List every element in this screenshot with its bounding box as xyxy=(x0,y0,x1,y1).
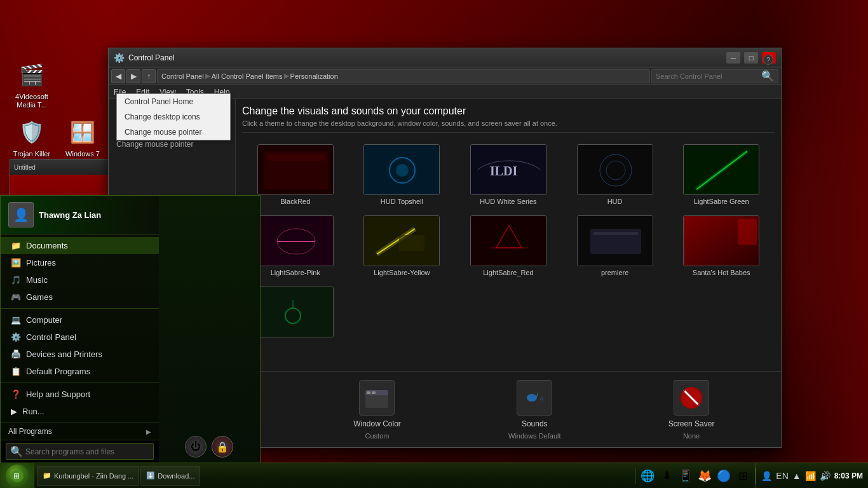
svg-rect-40 xyxy=(372,391,376,394)
cp-search-input[interactable] xyxy=(656,72,761,80)
cp-bottom-screen-saver[interactable]: Screen Saver None xyxy=(668,380,715,440)
svg-text:⊞: ⊞ xyxy=(13,471,20,480)
cp-bottom-label-screen-saver: Screen Saver xyxy=(668,419,715,428)
file-menu-popup: Control Panel Home Change desktop icons … xyxy=(116,93,231,140)
start-search-icon: 🔍 xyxy=(10,445,23,458)
cp-main: Change the visuals and sounds on your co… xyxy=(236,99,781,371)
breadcrumb-personalization[interactable]: Personalization xyxy=(290,72,338,80)
taskbar-icon-chrome[interactable]: 🔵 xyxy=(715,468,732,484)
theme-label-lightsabre-yellow: LightSabre-Yellow xyxy=(374,269,430,276)
start-menu-item-2[interactable]: 🎵 Music xyxy=(1,271,159,288)
cp-bottom-label-window-color: Window Color xyxy=(353,419,401,428)
taskbar-item-label-download: Download... xyxy=(158,472,194,480)
tray-icon-sound[interactable]: 🔊 xyxy=(820,471,831,481)
start-search-input[interactable] xyxy=(25,447,149,456)
theme-hud[interactable]: HUD xyxy=(564,142,666,208)
start-menu-item-6[interactable]: 🖨️ Devices and Printers xyxy=(1,346,159,363)
theme-lightsabre-yellow[interactable]: LightSabre-Yellow xyxy=(351,213,453,279)
taskbar-icon-other[interactable]: ⊞ xyxy=(735,468,751,484)
desktop-icon-img-win7: 🪟 xyxy=(67,117,98,147)
theme-lightsabre-red[interactable]: LightSabre_Red xyxy=(458,213,559,279)
start-search-box[interactable]: 🔍 xyxy=(6,443,154,460)
theme-premiere[interactable]: premiere xyxy=(564,213,666,279)
theme-hud-white[interactable]: ILDI HUD White Series xyxy=(458,142,559,208)
desktop: 🎬 4Videosoft Media T... 🛡️ Trojan Killer… xyxy=(0,0,868,488)
start-menu-item-7[interactable]: 📋 Default Programs xyxy=(1,363,159,380)
tray-time: 8:03 PM xyxy=(834,471,863,480)
start-menu-items: 📁 Documents 🖼️ Pictures 🎵 Music 🎮 Games … xyxy=(1,234,159,423)
cp-forward-btn[interactable]: ▶ xyxy=(126,69,140,83)
cp-breadcrumb: Control Panel ▶ All Control Panel Items … xyxy=(157,69,650,83)
taskbar-item-icon-kurbungbel: 📁 xyxy=(43,471,51,480)
tray-language[interactable]: EN xyxy=(776,471,788,481)
cp-bottom-icon-window-color xyxy=(359,380,395,416)
cp-search-box[interactable]: 🔍 xyxy=(651,69,778,83)
breadcrumb-all-items[interactable]: All Control Panel Items xyxy=(212,72,283,80)
file-menu-item-mouse-pointer[interactable]: Change mouse pointer xyxy=(117,125,230,140)
desktop-icon-trojan[interactable]: 🛡️ Trojan Killer xyxy=(6,114,57,161)
start-menu-item-3[interactable]: 🎮 Games xyxy=(1,288,159,306)
taskbar-icon-viber[interactable]: 📱 xyxy=(677,468,694,484)
start-menu-right: ⏻ 🔒 xyxy=(159,196,260,463)
cp-bottom-icon-screen-saver xyxy=(674,380,709,416)
start-orb: ⊞ xyxy=(6,464,29,487)
svg-rect-39 xyxy=(367,391,370,394)
cp-back-btn[interactable]: ◀ xyxy=(111,69,125,83)
cp-up-btn[interactable]: ↑ xyxy=(142,69,156,83)
taskbar-icon-ie[interactable]: 🌐 xyxy=(639,468,656,484)
tray-icon-chevron[interactable]: ▲ xyxy=(792,471,801,481)
taskbar-icon-firefox[interactable]: 🦊 xyxy=(696,468,713,484)
theme-label-lightsabre-red: LightSabre_Red xyxy=(483,269,534,276)
cp-navbar: ◀ ▶ ↑ Control Panel ▶ All Control Panel … xyxy=(109,67,781,85)
file-menu-item-desktop-icons[interactable]: Change desktop icons xyxy=(117,109,230,125)
cp-help-icon[interactable]: ? xyxy=(763,55,773,65)
photo-viewer-title: Untitled xyxy=(14,164,118,171)
cp-bottom-sounds[interactable]: ♪ ♫ Sounds Windows Default xyxy=(508,380,561,440)
tray-clock: 8:03 PM xyxy=(834,471,863,480)
taskbar-item-download[interactable]: ⬇️ Download... xyxy=(140,466,200,486)
start-menu: 👤 Thawng Za Lian 📁 Documents 🖼️ Pictures… xyxy=(0,195,261,463)
theme-thumb-premiere xyxy=(577,215,653,266)
cp-bottom-window-color[interactable]: Window Color Custom xyxy=(353,380,401,440)
start-menu-item-8[interactable]: ❓ Help and Support xyxy=(1,386,159,403)
taskbar-item-kurbungbel[interactable]: 📁 Kurbungbel - Ziin Dang ... xyxy=(37,466,139,486)
cp-titlebar-icon: ⚙️ xyxy=(114,53,125,63)
theme-thumb-lightsabre-yellow xyxy=(363,215,440,266)
start-menu-item-9[interactable]: ▶ Run... xyxy=(1,403,159,420)
svg-text:♪: ♪ xyxy=(536,391,539,398)
cp-window-title: Control Panel xyxy=(128,53,722,62)
breadcrumb-control-panel[interactable]: Control Panel xyxy=(161,72,204,80)
cp-maximize-btn[interactable]: □ xyxy=(744,52,758,64)
theme-santa[interactable]: Santa's Hot Babes xyxy=(670,213,772,279)
svg-rect-30 xyxy=(258,287,334,337)
theme-thumb-unknown xyxy=(257,287,334,337)
desktop-icon-label-trojan: Trojan Killer xyxy=(13,150,50,158)
power-button[interactable]: ⏻ xyxy=(185,436,207,458)
cp-main-title: Change the visuals and sounds on your co… xyxy=(242,105,775,117)
all-programs-row[interactable]: All Programs ▶ xyxy=(1,423,159,440)
taskbar-icon-utorrent[interactable]: ⬇ xyxy=(658,468,675,484)
taskbar-start-button[interactable]: ⊞ xyxy=(0,463,34,489)
breadcrumb-sep2: ▶ xyxy=(284,72,289,80)
theme-lightsabre-green[interactable]: LightSabre Green xyxy=(670,142,772,208)
start-power-section: ⏻ 🔒 xyxy=(164,436,255,458)
taskbar-item-label-kurbungbel: Kurbungbel - Ziin Dang ... xyxy=(54,472,133,480)
cp-bottom-sublabel-window-color: Custom xyxy=(365,432,390,440)
theme-label-hud-white: HUD White Series xyxy=(480,198,536,205)
cp-minimize-btn[interactable]: ─ xyxy=(726,52,740,64)
lock-button[interactable]: 🔒 xyxy=(212,436,233,458)
start-divider-1 xyxy=(1,308,159,309)
start-menu-item-4[interactable]: 💻 Computer xyxy=(1,311,159,329)
theme-label-hud: HUD xyxy=(607,198,623,205)
start-menu-item-1[interactable]: 🖼️ Pictures xyxy=(1,254,159,271)
desktop-icon-4video[interactable]: 🎬 4Videosoft Media T... xyxy=(6,57,57,112)
start-menu-item-5[interactable]: ⚙️ Control Panel xyxy=(1,329,159,346)
file-menu-item-home[interactable]: Control Panel Home xyxy=(117,94,230,109)
theme-thumb-hud xyxy=(577,144,653,195)
theme-thumb-santa xyxy=(683,215,759,266)
tray-icon-network: 📶 xyxy=(805,471,816,481)
theme-hud-topshell[interactable]: HUD Topshell xyxy=(351,142,453,208)
start-menu-item-0[interactable]: 📁 Documents xyxy=(1,237,159,254)
svg-rect-20 xyxy=(399,235,424,251)
theme-label-hud-topshell: HUD Topshell xyxy=(381,198,423,205)
